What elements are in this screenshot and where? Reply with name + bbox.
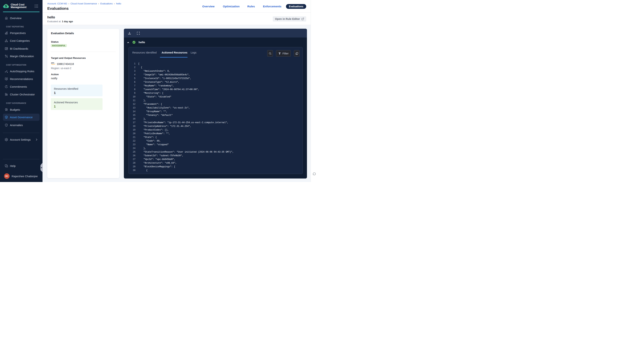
svg-text:$: $	[5, 4, 7, 8]
svg-text:?: ?	[6, 164, 7, 166]
svg-text:aws: aws	[51, 62, 54, 64]
